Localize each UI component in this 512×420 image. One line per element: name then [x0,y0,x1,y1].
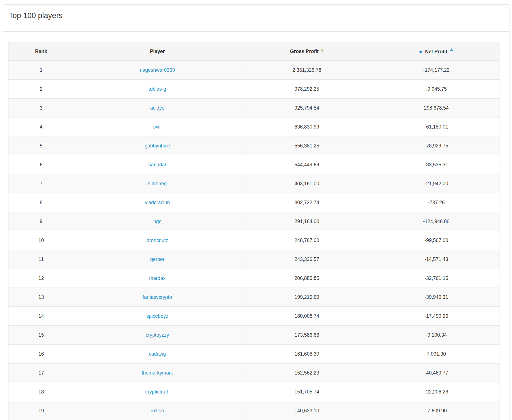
player-cell: mardax [74,269,241,288]
player-cell: tobias-g [74,80,241,99]
net-profit-cell: -17,490.26 [373,307,500,326]
table-header-row: Rank Player Gross Profit? Net Profit [8,42,500,61]
rank-cell: 11 [8,250,74,269]
rank-cell: 1 [8,61,74,80]
net-profit-cell: -9,100.34 [373,326,500,345]
player-link[interactable]: cadawg [149,351,166,357]
gross-profit-cell: 925,794.54 [241,99,373,117]
table-row: 11 gerber 243,336.57 -14,571.43 [8,250,500,269]
table-row: 16 cadawg 161,608.30 7,091.30 [8,345,500,364]
gross-profit-cell: 180,008.74 [241,307,373,326]
rank-cell: 2 [8,80,74,99]
sort-desc-icon[interactable] [419,51,422,54]
player-cell: acidyo [74,99,241,117]
player-link[interactable]: spiceboyz [146,313,168,319]
players-table: Rank Player Gross Profit? Net Profit [8,42,500,420]
player-link[interactable]: mardax [149,275,165,281]
player-link[interactable]: gabbynhice [145,143,170,149]
table-row: 7 simoneg 403,161.00 -21,942.00 [8,174,500,193]
gross-profit-header-label: Gross Profit [290,49,319,54]
net-profit-cell: -9,945.75 [373,80,500,99]
table-row: 1 nageshwar0369 2,351,326.78 -174,177.22 [8,61,500,80]
player-cell: cryptictruth [74,382,241,401]
rank-cell: 7 [8,174,74,193]
gross-profit-cell: 544,449.69 [241,155,373,174]
player-link[interactable]: nanadar [148,162,166,167]
player-cell: cryptoyzzy [74,326,241,345]
rank-cell: 12 [8,269,74,288]
net-profit-cell: 7,091.30 [373,345,500,364]
rank-cell: 14 [8,307,74,326]
net-profit-cell: -78,929.75 [373,136,500,155]
player-link[interactable]: simoneg [148,181,167,186]
table-row: 14 spiceboyz 180,008.74 -17,490.26 [8,307,500,326]
column-header-net-profit[interactable]: Net Profit [373,42,500,61]
net-profit-cell: -40,469.77 [373,364,500,382]
player-link[interactable]: gerber [150,256,165,262]
net-profit-cell: -32,761.15 [373,269,500,288]
net-profit-cell: -737.26 [373,193,500,212]
player-cell: spiceboyz [74,307,241,326]
net-profit-cell: -174,177.22 [373,61,500,80]
gross-profit-cell: 161,608.30 [241,345,373,364]
gross-profit-cell: 302,722.74 [241,193,373,212]
top-players-card: Top 100 players Rank Player Gross Profit… [3,4,509,420]
player-link[interactable]: vladcraciun [145,200,170,205]
net-profit-cell: -22,206.26 [373,382,500,401]
rank-cell: 8 [8,193,74,212]
player-link[interactable]: nageshwar0369 [140,67,175,73]
table-row: 12 mardax 206,885.85 -32,761.15 [8,269,500,288]
table-row: 5 gabbynhice 556,381.25 -78,929.75 [8,136,500,155]
rank-cell: 13 [8,288,74,307]
player-link[interactable]: rozioo [151,408,164,414]
net-profit-cell: -124,946.00 [373,212,500,231]
net-profit-cell: -39,940.31 [373,288,500,307]
player-cell: nageshwar0369 [74,61,241,80]
net-profit-cell: -21,942.00 [373,174,500,193]
player-link[interactable]: cryptoyzzy [146,332,169,338]
gross-profit-cell: 403,161.00 [241,174,373,193]
help-icon[interactable]: ? [321,49,324,54]
player-cell: vladcraciun [74,193,241,212]
gross-profit-cell: 151,705.74 [241,382,373,401]
net-profit-cell: -14,571.43 [373,250,500,269]
gross-profit-cell: 248,767.00 [241,231,373,250]
gross-profit-cell: 556,381.25 [241,136,373,155]
rank-cell: 19 [8,401,74,420]
table-row: 19 rozioo 140,623.10 -7,609.90 [8,401,500,420]
player-link[interactable]: broncnutz [147,238,168,243]
player-link[interactable]: sxiii [153,124,162,130]
player-cell: broncnutz [74,231,241,250]
gross-profit-cell: 206,885.85 [241,269,373,288]
player-link[interactable]: themarkymark [142,370,173,376]
column-header-player: Player [74,42,241,61]
page-title: Top 100 players [3,5,509,20]
table-row: 17 themarkymark 152,562.23 -40,469.77 [8,364,500,382]
table-row: 6 nanadar 544,449.69 -83,535.31 [8,155,500,174]
table-body: 1 nageshwar0369 2,351,326.78 -174,177.22… [8,61,500,420]
table-row: 9 ngc 291,164.00 -124,946.00 [8,212,500,231]
player-cell: themarkymark [74,364,241,382]
rank-cell: 18 [8,382,74,401]
column-header-rank: Rank [8,42,74,61]
player-link[interactable]: ngc [153,219,161,224]
sort-asc-icon [450,48,454,51]
player-cell: nanadar [74,155,241,174]
player-link[interactable]: tobias-g [149,86,166,92]
player-header-label: Player [150,49,165,54]
gross-profit-cell: 636,830.99 [241,117,373,136]
gross-profit-cell: 152,562.23 [241,364,373,382]
player-link[interactable]: cryptictruth [145,389,169,395]
table-row: 18 cryptictruth 151,705.74 -22,206.26 [8,382,500,401]
player-link[interactable]: fantasycrypto [143,294,172,300]
rank-cell: 17 [8,364,74,382]
table-row: 15 cryptoyzzy 173,586.66 -9,100.34 [8,326,500,345]
table-row: 3 acidyo 925,794.54 298,678.54 [8,99,500,117]
table-row: 10 broncnutz 248,767.00 -99,567.00 [8,231,500,250]
rank-header-label: Rank [35,49,47,54]
player-link[interactable]: acidyo [150,105,165,111]
rank-cell: 5 [8,136,74,155]
rank-cell: 16 [8,345,74,364]
table-row: 2 tobias-g 978,292.25 -9,945.75 [8,80,500,99]
gross-profit-cell: 243,336.57 [241,250,373,269]
